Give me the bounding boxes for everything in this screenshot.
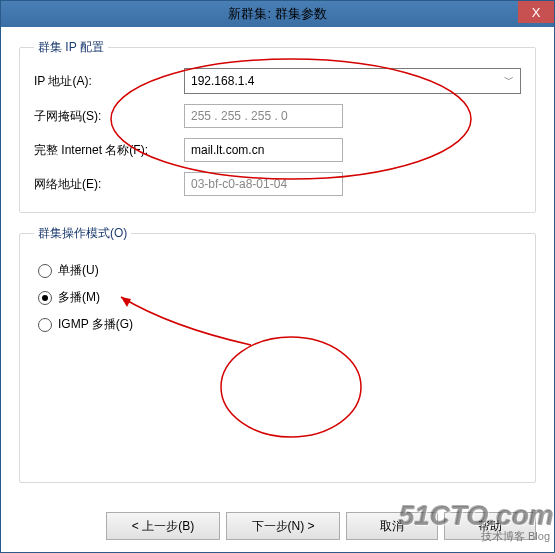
chevron-down-icon: ﹀ (504, 73, 514, 87)
dialog-body: 群集 IP 配置 IP 地址(A): 192.168.1.4 ﹀ 子网掩码(S)… (1, 27, 554, 552)
row-internet-name: 完整 Internet 名称(F): mail.lt.com.cn (34, 138, 521, 162)
help-button-label: 帮助 (478, 518, 502, 535)
next-button[interactable]: 下一步(N) > (226, 512, 340, 540)
next-button-label: 下一步(N) > (252, 518, 315, 535)
group-operation-mode-legend: 群集操作模式(O) (34, 225, 131, 242)
radio-igmp[interactable]: IGMP 多播(G) (38, 316, 521, 333)
label-subnet-mask: 子网掩码(S): (34, 108, 184, 125)
radio-circle-icon (38, 291, 52, 305)
row-network-address: 网络地址(E): 03-bf-c0-a8-01-04 (34, 172, 521, 196)
row-subnet-mask: 子网掩码(S): 255 . 255 . 255 . 0 (34, 104, 521, 128)
label-network-address: 网络地址(E): (34, 176, 184, 193)
ip-address-value: 192.168.1.4 (191, 74, 254, 88)
ip-address-select[interactable]: 192.168.1.4 ﹀ (184, 68, 521, 94)
label-internet-name: 完整 Internet 名称(F): (34, 142, 184, 159)
subnet-mask-field: 255 . 255 . 255 . 0 (184, 104, 343, 128)
back-button[interactable]: < 上一步(B) (106, 512, 220, 540)
help-button[interactable]: 帮助 (444, 512, 536, 540)
radio-circle-icon (38, 264, 52, 278)
subnet-mask-value: 255 . 255 . 255 . 0 (191, 109, 288, 123)
internet-name-value: mail.lt.com.cn (191, 143, 264, 157)
button-bar: < 上一步(B) 下一步(N) > 取消 帮助 (106, 512, 536, 540)
radio-dot-icon (42, 295, 48, 301)
network-address-field: 03-bf-c0-a8-01-04 (184, 172, 343, 196)
close-icon: X (532, 5, 541, 20)
cancel-button[interactable]: 取消 (346, 512, 438, 540)
internet-name-field[interactable]: mail.lt.com.cn (184, 138, 343, 162)
radio-multicast-label: 多播(M) (58, 289, 100, 306)
group-operation-mode: 群集操作模式(O) 单播(U) 多播(M) IGMP 多播(G) (19, 225, 536, 483)
row-ip-address: IP 地址(A): 192.168.1.4 ﹀ (34, 68, 521, 94)
radio-multicast[interactable]: 多播(M) (38, 289, 521, 306)
radio-unicast-label: 单播(U) (58, 262, 99, 279)
dialog-window: 新群集: 群集参数 X 群集 IP 配置 IP 地址(A): 192.168.1… (0, 0, 555, 553)
close-button[interactable]: X (518, 1, 554, 23)
group-ip-config: 群集 IP 配置 IP 地址(A): 192.168.1.4 ﹀ 子网掩码(S)… (19, 39, 536, 213)
titlebar: 新群集: 群集参数 X (1, 1, 554, 27)
radio-circle-icon (38, 318, 52, 332)
label-ip-address: IP 地址(A): (34, 73, 184, 90)
cancel-button-label: 取消 (380, 518, 404, 535)
back-button-label: < 上一步(B) (132, 518, 194, 535)
radio-unicast[interactable]: 单播(U) (38, 262, 521, 279)
window-title: 新群集: 群集参数 (228, 5, 326, 23)
network-address-value: 03-bf-c0-a8-01-04 (191, 177, 287, 191)
radio-igmp-label: IGMP 多播(G) (58, 316, 133, 333)
group-ip-config-legend: 群集 IP 配置 (34, 39, 108, 56)
